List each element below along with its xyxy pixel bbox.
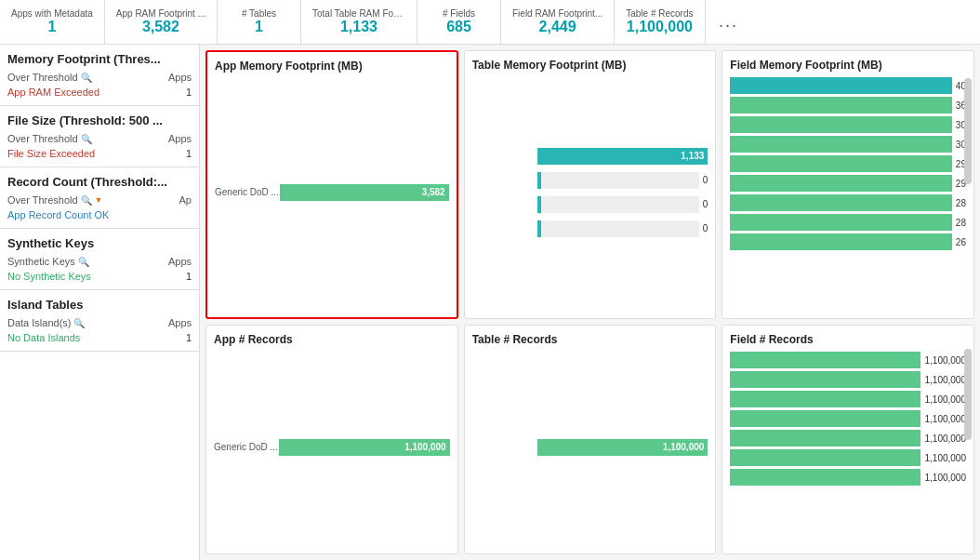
- sidebar-data-label-synthetic[interactable]: No Synthetic Keys: [7, 271, 91, 282]
- field-bar-records-val-0: 1,100,000: [924, 355, 966, 366]
- sidebar-data-label-recordcount[interactable]: App Record Count OK: [7, 209, 109, 220]
- sidebar: Memory Footprint (Thres... Over Threshol…: [0, 45, 200, 560]
- field-bar-records-fill-4: [730, 430, 920, 447]
- chart-field-records-title: Field # Records: [730, 333, 966, 346]
- sidebar-section-memory: Memory Footprint (Thres... Over Threshol…: [0, 45, 199, 106]
- hbar-app-memory-track-0: 3,582: [280, 184, 449, 201]
- field-bar-records-row-3: 1,100,000: [730, 410, 966, 427]
- search-icon-island[interactable]: 🔍: [73, 318, 85, 328]
- hbar-table-memory-track-3: [537, 220, 699, 237]
- hbar-table-memory-fill-3: [537, 220, 541, 237]
- hbar-table-memory-row-0: 1,133: [472, 146, 709, 167]
- hbar-app-records-row-0: Generic DoD ... 1,100,000: [214, 437, 450, 458]
- field-bar-memory-row-5: 29: [730, 175, 966, 192]
- chart-app-records-title: App # Records: [214, 333, 450, 346]
- search-icon-synthetic[interactable]: 🔍: [78, 257, 89, 267]
- hbar-app-memory-value-0: 3,582: [422, 187, 445, 197]
- sidebar-col-apps-island: Apps: [168, 317, 192, 328]
- hbar-table-records-value-0: 1,100,000: [663, 442, 705, 452]
- sidebar-col-apps-memory: Apps: [168, 72, 192, 83]
- field-bar-records-val-1: 1,100,000: [924, 375, 966, 385]
- field-bar-records-fill-3: [730, 410, 920, 427]
- hbar-table-memory-track-2: [537, 196, 699, 213]
- field-bar-memory-fill-1: [730, 97, 952, 113]
- sidebar-filter-label-island[interactable]: Data Island(s) 🔍: [7, 317, 85, 328]
- hbar-table-memory-out-2: 0: [703, 199, 709, 209]
- chart-field-memory-body: 40 36 30 30: [730, 77, 966, 311]
- sidebar-filter-label-synthetic[interactable]: Synthetic Keys 🔍: [7, 256, 89, 267]
- hbar-app-memory-row-0: Generic DoD ... 3,582: [215, 182, 449, 203]
- sidebar-col-apps-filesize: Apps: [168, 133, 192, 144]
- hbar-table-memory-out-3: 0: [703, 223, 709, 233]
- sidebar-data-label-island[interactable]: No Data Islands: [7, 332, 80, 343]
- more-metrics-button[interactable]: ...: [706, 0, 752, 44]
- metric-apps-with-metadata-label: Apps with Metadata: [11, 8, 93, 19]
- sidebar-section-island: Island Tables Data Island(s) 🔍 Apps No D…: [0, 290, 199, 352]
- hbar-table-memory-track-1: [537, 172, 699, 189]
- field-bar-records-val-3: 1,100,000: [924, 414, 966, 424]
- chart-table-records-body: 1,100,000: [472, 352, 709, 546]
- field-bar-records-fill-2: [730, 391, 920, 407]
- hbar-table-memory-row-3: 0: [472, 219, 709, 239]
- scroll-indicator-field-memory[interactable]: [964, 78, 972, 185]
- sidebar-filter-row-filesize: Over Threshold 🔍 Apps: [7, 133, 192, 144]
- field-bar-memory-fill-8: [730, 233, 952, 250]
- sidebar-filter-row-synthetic: Synthetic Keys 🔍 Apps: [7, 256, 192, 267]
- field-bar-records-val-4: 1,100,000: [924, 433, 966, 444]
- scroll-indicator-field-records[interactable]: [964, 349, 972, 440]
- metric-apps-with-metadata-value: 1: [47, 19, 56, 35]
- sidebar-filter-label-memory[interactable]: Over Threshold 🔍: [7, 72, 92, 83]
- field-bar-memory-row-7: 28: [730, 214, 966, 231]
- hbar-table-memory-container: 1,133 0: [472, 77, 709, 311]
- search-icon-filesize[interactable]: 🔍: [81, 134, 92, 144]
- hbar-table-records-container: 1,100,000: [472, 352, 709, 546]
- sidebar-data-value-memory: 1: [186, 87, 192, 98]
- field-bar-records-container: 1,100,000 1,100,000 1,100,000 1,100,000: [730, 352, 966, 546]
- metric-app-ram-value: 3,582: [142, 19, 179, 35]
- chart-app-memory-title: App Memory Footprint (MB): [215, 60, 449, 73]
- sidebar-section-filesize: File Size (Threshold: 500 ... Over Thres…: [0, 106, 199, 167]
- hbar-table-memory-row-2: 0: [472, 194, 709, 215]
- field-bar-memory-row-3: 30: [730, 136, 966, 153]
- hbar-app-records-value-0: 1,100,000: [404, 442, 446, 452]
- field-bar-records-val-5: 1,100,000: [924, 453, 966, 463]
- chart-app-memory-body: Generic DoD ... 3,582: [215, 78, 449, 310]
- sidebar-data-label-filesize[interactable]: File Size Exceeded: [7, 148, 95, 159]
- chart-app-records: App # Records Generic DoD ... 1,100,000: [205, 325, 458, 554]
- field-bar-memory-fill-7: [730, 214, 952, 231]
- metric-app-ram[interactable]: App RAM Footprint ... 3,582: [105, 0, 218, 44]
- sidebar-filter-label-recordcount[interactable]: Over Threshold 🔍 ▼: [7, 194, 103, 206]
- metric-tables[interactable]: # Tables 1: [218, 0, 301, 44]
- search-icon-memory[interactable]: 🔍: [81, 73, 92, 83]
- sidebar-filter-label-filesize[interactable]: Over Threshold 🔍: [7, 133, 92, 144]
- sidebar-data-label-memory[interactable]: App RAM Exceeded: [7, 87, 99, 98]
- metric-fields[interactable]: # Fields 685: [417, 0, 501, 44]
- field-bar-records-row-2: 1,100,000: [730, 391, 966, 407]
- metric-table-ram[interactable]: Total Table RAM Foo... 1,133: [301, 0, 417, 44]
- sidebar-section-island-title: Island Tables: [7, 298, 192, 312]
- search-icon-recordcount[interactable]: 🔍: [81, 195, 92, 206]
- field-bar-memory-row-4: 29: [730, 155, 966, 172]
- hbar-app-records-label-0: Generic DoD ...: [214, 442, 279, 452]
- metric-tables-label: # Tables: [242, 8, 276, 19]
- chart-app-memory: App Memory Footprint (MB) Generic DoD ..…: [205, 50, 458, 319]
- metric-apps-with-metadata[interactable]: Apps with Metadata 1: [0, 0, 105, 44]
- metric-field-ram[interactable]: Field RAM Footprint... 2,449: [501, 0, 615, 44]
- hbar-table-records-track-0: 1,100,000: [537, 439, 709, 456]
- chart-field-records: Field # Records 1,100,000 1,100,000 1,10…: [722, 325, 974, 554]
- field-bar-records-val-6: 1,100,000: [924, 473, 966, 483]
- field-bar-records-fill-6: [730, 469, 920, 486]
- hbar-table-memory-fill-1: [537, 172, 541, 189]
- hbar-table-memory-fill-0: 1,133: [537, 148, 709, 165]
- sidebar-data-value-synthetic: 1: [186, 271, 192, 282]
- field-bar-memory-val-7: 28: [956, 218, 966, 228]
- sidebar-section-recordcount-title: Record Count (Threshold:...: [7, 175, 192, 189]
- hbar-table-records-row-0: 1,100,000: [472, 437, 709, 458]
- metric-table-records[interactable]: Table # Records 1,100,000: [615, 0, 705, 44]
- hbar-table-memory-track-0: 1,133: [537, 148, 709, 165]
- chart-table-records: Table # Records 1,100,000: [464, 325, 717, 554]
- field-bar-records-row-0: 1,100,000: [730, 352, 966, 368]
- field-bar-memory-container: 40 36 30 30: [730, 77, 966, 311]
- hbar-table-memory-out-1: 0: [703, 175, 709, 185]
- chart-table-memory: Table Memory Footprint (MB) 1,133: [464, 50, 717, 319]
